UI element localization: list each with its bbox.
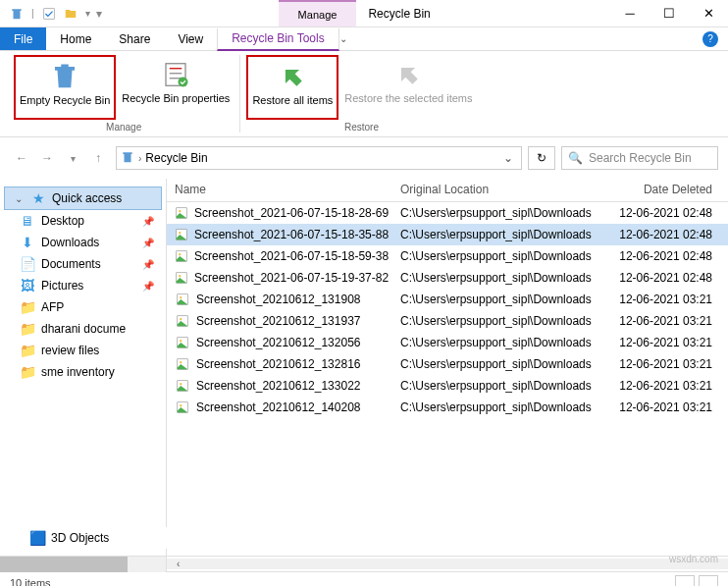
nav-back-button[interactable]: ←	[10, 146, 33, 170]
file-row[interactable]: Screenshot_20210612_140208 C:\Users\erps…	[167, 397, 728, 418]
image-file-icon	[175, 378, 190, 394]
file-row[interactable]: Screenshot_2021-06-07-15-18-35-88 C:\Use…	[167, 224, 728, 245]
ribbon-group-restore: Restore all items Restore the selected i…	[240, 55, 482, 133]
file-row[interactable]: Screenshot_20210612_132816 C:\Users\erps…	[167, 353, 728, 375]
file-date: 12-06-2021 02:48	[608, 271, 728, 285]
address-bar[interactable]: › Recycle Bin ⌄	[116, 146, 522, 170]
qat-arrow-icon[interactable]: ▾	[83, 8, 92, 19]
nav-history-button[interactable]: ▾	[61, 146, 84, 170]
folder-icon: 📁	[20, 299, 35, 315]
image-file-icon	[175, 313, 190, 329]
file-list[interactable]: Screenshot_2021-06-07-15-18-28-69 C:\Use…	[167, 202, 728, 556]
file-row[interactable]: Screenshot_2021-06-07-15-18-59-38 C:\Use…	[167, 245, 728, 267]
nav-desktop[interactable]: 🖥Desktop📌	[0, 210, 166, 232]
close-button[interactable]: ✕	[689, 0, 728, 27]
file-name: Screenshot_20210612_140208	[196, 400, 360, 414]
search-icon: 🔍	[568, 151, 583, 165]
tab-share[interactable]: Share	[105, 27, 164, 50]
hscroll-left-icon[interactable]: ‹	[177, 559, 180, 569]
pictures-icon: 🖼	[20, 278, 35, 293]
nav-sme[interactable]: 📁sme inventory	[0, 361, 166, 383]
image-file-icon	[175, 227, 188, 242]
navigation-pane[interactable]: ⌄ ★ Quick access 🖥Desktop📌 ⬇Downloads📌 📄…	[0, 179, 167, 556]
restore-selected-button[interactable]: Restore the selected items	[340, 55, 476, 120]
ribbon-collapse-icon[interactable]: ⌄	[339, 33, 347, 44]
file-date: 12-06-2021 03:21	[608, 314, 728, 328]
file-row[interactable]: Screenshot_20210612_133022 C:\Users\erps…	[167, 375, 728, 397]
help-icon[interactable]: ?	[702, 31, 718, 47]
bin-icon	[49, 61, 80, 92]
nav-3d-objects[interactable]: 🟦 3D Objects	[0, 527, 167, 549]
empty-recycle-bin-button[interactable]: Empty Recycle Bin	[14, 55, 116, 120]
recycle-bin-properties-button[interactable]: Recycle Bin properties	[118, 55, 234, 120]
svg-point-5	[179, 78, 188, 87]
maximize-button[interactable]: ☐	[650, 0, 689, 27]
file-name: Screenshot_2021-06-07-15-18-28-69	[194, 206, 389, 220]
svg-point-13	[179, 275, 181, 277]
qat-recycle-icon[interactable]	[8, 5, 26, 23]
file-date: 12-06-2021 02:48	[608, 206, 728, 220]
file-row[interactable]: Screenshot_2021-06-07-15-19-37-82 C:\Use…	[167, 267, 728, 289]
tab-file[interactable]: File	[0, 27, 46, 50]
nav-downloads[interactable]: ⬇Downloads📌	[0, 232, 166, 253]
file-row[interactable]: Screenshot_20210612_132056 C:\Users\erps…	[167, 332, 728, 353]
tab-home[interactable]: Home	[46, 27, 105, 50]
nav-dharani[interactable]: 📁dharani docume	[0, 318, 166, 340]
qat-folder-icon[interactable]	[62, 5, 79, 23]
address-row: ← → ▾ ↑ › Recycle Bin ⌄ ↻ 🔍 Search Recyc…	[0, 143, 728, 173]
nav-hscroll-thumb[interactable]	[0, 557, 128, 572]
minimize-button[interactable]: ─	[610, 0, 650, 27]
restore-selected-icon	[392, 59, 424, 90]
nav-pictures[interactable]: 🖼Pictures📌	[0, 275, 166, 296]
expand-icon[interactable]: ⌄	[15, 193, 25, 204]
view-large-button[interactable]	[699, 575, 718, 587]
restore-all-items-button[interactable]: Restore all items	[246, 55, 338, 120]
col-header-location[interactable]: Original Location	[392, 179, 608, 201]
nav-review[interactable]: 📁review files	[0, 340, 166, 361]
file-row[interactable]: Screenshot_20210612_131908 C:\Users\erps…	[167, 289, 728, 310]
col-header-date[interactable]: Date Deleted	[608, 179, 728, 201]
address-dropdown-icon[interactable]: ⌄	[503, 151, 513, 165]
downloads-icon: ⬇	[20, 235, 35, 250]
file-hscroll[interactable]: ‹	[167, 559, 728, 569]
nav-documents[interactable]: 📄Documents📌	[0, 253, 166, 275]
nav-hscroll[interactable]	[0, 557, 167, 572]
col-header-name[interactable]: Name	[167, 179, 392, 201]
view-details-button[interactable]	[675, 575, 695, 587]
address-chevron-icon[interactable]: ›	[138, 153, 141, 164]
properties-icon	[160, 59, 191, 90]
search-input[interactable]: 🔍 Search Recycle Bin	[561, 146, 718, 170]
file-date: 12-06-2021 03:21	[608, 357, 728, 371]
nav-afp[interactable]: 📁AFP	[0, 296, 166, 318]
file-date: 12-06-2021 03:21	[608, 400, 728, 414]
ribbon: Empty Recycle Bin Recycle Bin properties…	[0, 51, 728, 137]
tab-recycle-bin-tools[interactable]: Recycle Bin Tools	[217, 28, 339, 51]
ribbon-group-manage: Empty Recycle Bin Recycle Bin properties…	[8, 55, 240, 133]
image-file-icon	[175, 356, 190, 372]
nav-up-button[interactable]: ↑	[86, 146, 110, 170]
search-placeholder: Search Recycle Bin	[589, 151, 692, 165]
address-location[interactable]: Recycle Bin	[145, 151, 207, 165]
file-row[interactable]: Screenshot_20210612_131937 C:\Users\erps…	[167, 310, 728, 332]
file-name: Screenshot_20210612_133022	[196, 379, 360, 393]
file-location: C:\Users\erpsupport_sipl\Downloads	[392, 400, 608, 414]
file-location: C:\Users\erpsupport_sipl\Downloads	[392, 228, 608, 241]
qat-overflow[interactable]: ▾	[96, 7, 102, 21]
desktop-icon: 🖥	[20, 213, 35, 229]
image-file-icon	[175, 400, 190, 415]
tab-view[interactable]: View	[164, 27, 217, 50]
file-row[interactable]: Screenshot_2021-06-07-15-18-28-69 C:\Use…	[167, 202, 728, 224]
file-location: C:\Users\erpsupport_sipl\Downloads	[392, 206, 608, 220]
svg-point-17	[180, 318, 182, 320]
file-name: Screenshot_20210612_132056	[196, 336, 360, 349]
restore-all-label: Restore all items	[252, 94, 333, 107]
pin-icon: 📌	[142, 281, 154, 292]
svg-point-9	[179, 232, 181, 234]
file-location: C:\Users\erpsupport_sipl\Downloads	[392, 271, 608, 285]
quick-access-toolbar: | ▾ ▾	[0, 5, 102, 23]
nav-quick-access[interactable]: ⌄ ★ Quick access	[4, 186, 162, 210]
refresh-button[interactable]: ↻	[528, 146, 555, 170]
nav-forward-button[interactable]: →	[35, 146, 59, 170]
qat-check-icon[interactable]	[40, 5, 58, 23]
file-date: 12-06-2021 03:21	[608, 379, 728, 393]
